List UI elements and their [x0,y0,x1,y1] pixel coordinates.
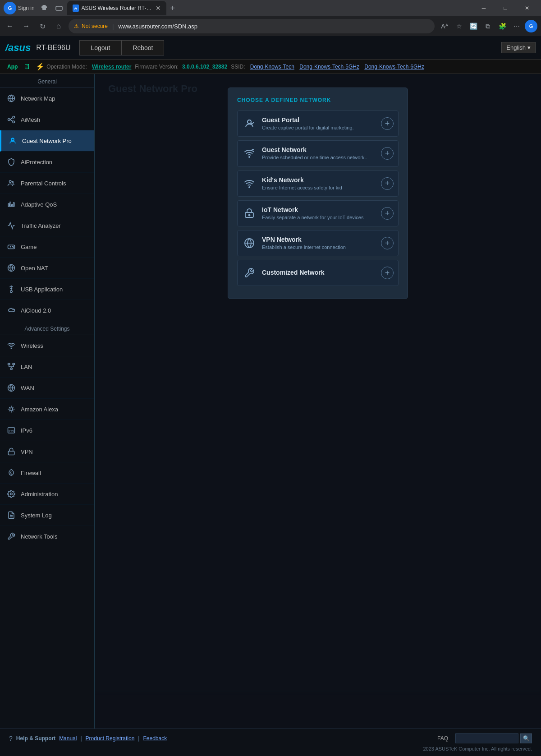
kids-network-option[interactable]: Kid's Network Ensure Internet access saf… [237,171,399,197]
guest-portal-desc: Create captive portal for digital market… [262,124,376,131]
op-mode-value-link[interactable]: Wireless router [92,64,131,70]
iot-network-desc: Easily separate a network for your IoT d… [262,214,376,221]
sidebar-item-vpn[interactable]: VPN [0,441,94,462]
system-log-label: System Log [21,512,52,519]
signin-label[interactable]: Sign in [18,5,35,11]
sidebar-item-usb-application[interactable]: USB Application [0,279,94,300]
lan-icon [6,362,16,372]
url-separator: | [112,23,114,30]
maximize-button[interactable]: □ [495,0,516,16]
profile-icon[interactable]: G [4,2,16,14]
sidebar-item-traffic-analyzer[interactable]: Traffic Analyzer [0,215,94,236]
general-section-title: General [0,74,94,88]
header-nav: Logout Reboot [79,40,164,55]
sidebar-item-amazon-alexa[interactable]: Amazon Alexa [0,399,94,420]
sidebar-item-system-log[interactable]: System Log [0,505,94,526]
status-bar: App 🖥 ⚡ Operation Mode: Wireless router … [0,60,541,74]
extensions-icon[interactable]: 🧩 [496,20,509,32]
faq-search: 🔍 [455,733,532,743]
active-tab[interactable]: A ASUS Wireless Router RT-BE96U ✕ [67,1,166,15]
kids-network-add-btn[interactable]: + [381,177,394,190]
sidebar-item-aimesh[interactable]: AiMesh [0,109,94,130]
reload-button[interactable]: ↻ [36,20,49,32]
address-field[interactable]: ⚠ Not secure | www.asusrouter.com/SDN.as… [69,19,435,33]
vpn-network-add-btn[interactable]: + [381,237,394,249]
extension-icon[interactable] [38,2,51,14]
new-tab-button[interactable]: + [166,2,179,14]
ssid2-link[interactable]: Dong-Knows-Tech-5GHz [299,64,359,70]
svg-rect-0 [56,6,62,10]
customized-network-add-btn[interactable]: + [381,267,394,279]
sidebar-item-guest-network-pro[interactable]: Guest Network Pro [0,130,94,152]
ipv6-icon: IPv6 [6,425,16,435]
customized-network-option[interactable]: Customized Network + [237,260,399,286]
guest-network-option[interactable]: Guest Network Provide scheduled or one t… [237,140,399,166]
vpn-network-icon [242,236,257,250]
ssid1-link[interactable]: Dong-Knows-Tech [250,64,294,70]
reboot-button[interactable]: Reboot [121,40,164,55]
feedback-link[interactable]: Feedback [143,735,167,742]
guest-portal-add-btn[interactable]: + [381,117,394,130]
faq-search-input[interactable] [455,733,518,743]
sidebar-item-aiprotection[interactable]: AiProtection [0,152,94,173]
split-screen-icon[interactable]: ⧉ [481,20,494,32]
iot-network-add-btn[interactable]: + [381,207,394,220]
svg-rect-36 [8,451,14,455]
usb-share-icon[interactable]: ⚡ [36,62,45,71]
product-registration-link[interactable]: Product Registration [86,735,135,742]
lang-chevron: ▾ [527,44,531,51]
ssid3-link[interactable]: Dong-Knows-Tech-6GHz [364,64,424,70]
sidebar-item-firewall[interactable]: Firewall [0,462,94,484]
close-button[interactable]: ✕ [517,0,537,16]
sidebar-item-network-tools[interactable]: Network Tools [0,526,94,547]
logout-button[interactable]: Logout [79,40,121,55]
kids-network-name: Kid's Network [262,176,376,184]
sidebar-item-aicloud[interactable]: AiCloud 2.0 [0,300,94,321]
tab-close-btn[interactable]: ✕ [156,5,161,12]
refresh-icon[interactable]: 🔄 [467,20,480,32]
font-size-icon[interactable]: Aᴬ [438,20,451,32]
vpn-network-option[interactable]: VPN Network Establish a secure internet … [237,230,399,256]
guest-portal-option[interactable]: Guest Portal Create captive portal for d… [237,111,399,137]
sidebar-item-adaptive-qos[interactable]: Adaptive QoS [0,194,94,215]
minimize-button[interactable]: ─ [473,0,494,16]
guest-network-add-btn[interactable]: + [381,147,394,160]
network-tools-icon [6,531,16,541]
sidebar-item-parental-controls[interactable]: Parental Controls [0,173,94,194]
svg-point-11 [9,180,12,183]
kids-network-icon [242,176,257,191]
bookmark-icon[interactable]: ☆ [453,20,465,32]
sidebar-item-game[interactable]: Game [0,236,94,258]
home-button[interactable]: ⌂ [52,20,65,32]
asus-brand: /asus [5,42,31,54]
svg-point-45 [249,215,250,216]
faq-search-button[interactable]: 🔍 [520,733,532,743]
iot-network-option[interactable]: IoT Network Easily separate a network fo… [237,200,399,226]
back-button[interactable]: ← [4,20,16,32]
sidebar-item-network-map[interactable]: Network Map [0,88,94,109]
sidebar-item-wan[interactable]: WAN [0,378,94,399]
profile-menu[interactable]: G [525,20,537,32]
svg-point-23 [11,348,12,349]
open-nat-icon [6,263,16,273]
sidebar-item-administration[interactable]: Administration [0,484,94,505]
manual-link[interactable]: Manual [59,735,77,742]
sidebar-item-open-nat[interactable]: Open NAT [0,258,94,279]
security-icon: ⚠ [74,23,79,29]
forward-button[interactable]: → [20,20,32,32]
menu-icon[interactable]: ⋯ [510,20,523,32]
fw-value: 3.0.0.6.102_32882 [182,64,227,70]
svg-line-6 [10,118,13,120]
guest-portal-text: Guest Portal Create captive portal for d… [262,116,376,131]
guest-network-desc: Provide scheduled or one time access net… [262,154,376,161]
svg-point-43 [249,187,250,188]
svg-line-7 [10,120,13,121]
monitor-icon[interactable]: 🖥 [23,63,30,71]
footer-top: ? Help & Support Manual | Product Regist… [9,733,532,743]
sidebar-item-wireless[interactable]: Wireless [0,335,94,356]
sidebar-item-ipv6[interactable]: IPv6 IPv6 [0,420,94,441]
aiprotection-label: AiProtection [21,159,52,166]
language-selector[interactable]: English ▾ [501,42,536,53]
faq-label: FAQ [437,735,448,742]
sidebar-item-lan[interactable]: LAN [0,356,94,378]
